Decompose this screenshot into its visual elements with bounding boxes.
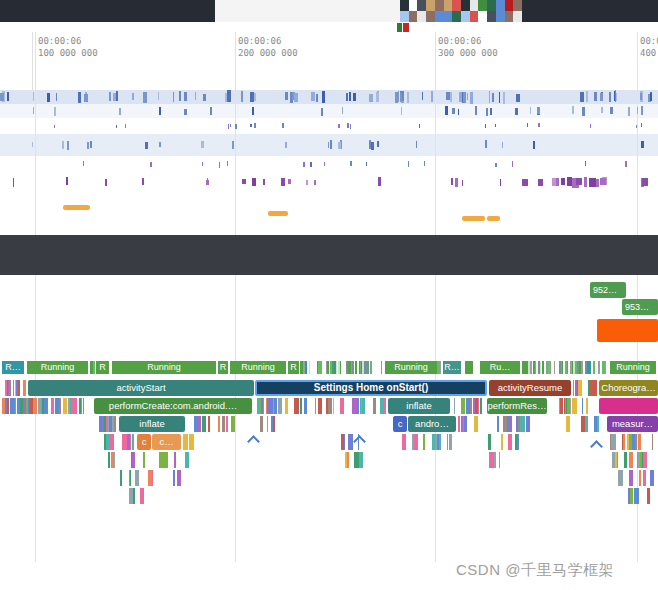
flame-noise-slice (449, 434, 452, 450)
thread-state-tick (567, 361, 569, 374)
trace-slice (87, 142, 89, 149)
trace-slice (400, 93, 402, 102)
thread-state-segment[interactable]: R (218, 361, 228, 374)
thread-state-segment[interactable] (90, 361, 93, 374)
trace-slice (316, 94, 318, 103)
minimap-segment[interactable] (215, 0, 400, 22)
flame-slice[interactable]: performRes… (487, 398, 547, 414)
track-row[interactable] (0, 104, 658, 118)
flame-slice[interactable]: c (137, 434, 151, 450)
async-slice[interactable] (63, 205, 90, 210)
trace-slice (66, 177, 68, 185)
async-slice[interactable] (462, 216, 485, 221)
trace-slice (241, 91, 244, 102)
thread-state-tick (603, 361, 605, 374)
thread-state-segment[interactable]: Running (610, 361, 656, 374)
thread-state-segment[interactable]: Running (230, 361, 286, 374)
trace-slice (512, 161, 513, 166)
trace-slice (503, 92, 505, 104)
collapsed-track-group[interactable] (0, 235, 658, 275)
thread-state-segment[interactable]: Running (112, 361, 216, 374)
track-row[interactable] (0, 90, 658, 104)
trace-slice (628, 107, 631, 115)
trace-slice (314, 180, 316, 185)
thread-state-tick (572, 361, 573, 374)
thread-state-tick (320, 361, 322, 374)
counter-slice[interactable] (597, 319, 658, 342)
flame-noise-slice (414, 434, 418, 450)
flame-slice[interactable]: andro… (408, 416, 456, 432)
flame-noise-slice (294, 398, 299, 414)
thread-state-segment[interactable]: R (96, 361, 109, 374)
flame-noise-slice (194, 416, 198, 432)
trace-slice (594, 92, 598, 101)
flame-slice[interactable]: c (393, 416, 407, 432)
flame-noise-slice (129, 488, 133, 504)
thread-state-segment[interactable] (465, 361, 473, 374)
counter-slice[interactable]: 953… (622, 299, 658, 315)
flame-noise-slice (473, 398, 475, 414)
async-slice[interactable] (268, 211, 288, 216)
flame-noise-slice (109, 416, 112, 432)
flame-noise-slice (643, 470, 646, 486)
selected-slice[interactable]: Settings Home onStart() (255, 380, 487, 396)
trace-slice (556, 178, 559, 185)
scroll-marker-icon[interactable] (590, 440, 603, 453)
trace-slice (252, 107, 254, 115)
thread-state-segment[interactable]: R… (443, 361, 461, 374)
counter-slice[interactable]: 952… (590, 282, 626, 298)
track-row[interactable] (0, 156, 658, 172)
flame-noise-slice (347, 452, 349, 468)
flame-noise-slice (63, 398, 67, 414)
flame-slice[interactable]: c… (152, 434, 181, 450)
flame-slice[interactable]: measur… (607, 416, 658, 432)
minimap-segment[interactable] (522, 0, 658, 22)
thread-state-tick (565, 361, 567, 374)
trace-slice (252, 178, 256, 185)
flame-noise-slice (463, 416, 464, 432)
flame-slice[interactable]: performCreate:com.android.… (94, 398, 252, 414)
thread-state-tick (533, 361, 534, 374)
flame-slice[interactable]: inflate (388, 398, 450, 414)
thread-state-segment[interactable]: Running (385, 361, 437, 374)
thread-state-segment[interactable]: R… (2, 361, 24, 374)
trace-slice (306, 180, 308, 185)
trace-slice (47, 93, 50, 102)
flame-noise-slice (108, 452, 110, 468)
flame-noise-slice (517, 434, 519, 450)
flame-slice[interactable]: Choreogra… (599, 380, 658, 396)
scroll-marker-icon[interactable] (353, 435, 366, 448)
track-row[interactable] (0, 172, 658, 192)
flame-noise-slice (260, 416, 263, 432)
flame-noise-slice (59, 398, 61, 414)
flame-noise-slice (437, 434, 439, 450)
flame-slice[interactable] (599, 398, 658, 414)
async-slice[interactable] (487, 216, 500, 221)
flame-noise-slice (612, 452, 615, 468)
flame-slice[interactable]: activityStart (28, 380, 254, 396)
thread-state-segment[interactable]: Running (27, 361, 88, 374)
trace-slice (282, 123, 284, 128)
trace-slice (452, 108, 454, 114)
flame-noise-slice (402, 434, 406, 450)
flame-noise-slice (278, 398, 282, 414)
thread-state-segment[interactable]: Ru… (480, 361, 520, 374)
flame-noise-slice (104, 416, 106, 432)
thread-state-segment[interactable]: R (288, 361, 299, 374)
thread-state-tick (309, 361, 311, 374)
trace-slice (322, 91, 326, 102)
flame-slice[interactable]: activityResume (489, 380, 571, 396)
track-row[interactable] (0, 118, 658, 134)
minimap-segment[interactable] (0, 0, 215, 22)
scroll-marker-icon[interactable] (247, 435, 260, 448)
trace-slice (590, 124, 592, 129)
trace-slice (145, 142, 148, 149)
flame-noise-slice (373, 398, 376, 414)
trace-slice (589, 178, 595, 187)
trace-slice (227, 161, 229, 166)
flame-slice[interactable]: inflate (119, 416, 185, 432)
flame-noise-slice (16, 380, 18, 396)
flame-noise-slice (560, 398, 563, 414)
thread-state-tick (530, 361, 532, 374)
trace-slice (615, 90, 616, 102)
